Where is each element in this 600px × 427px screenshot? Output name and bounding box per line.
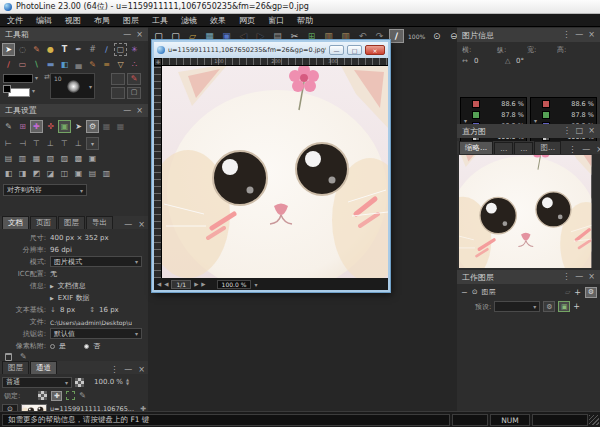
tool-eraser-icon[interactable]: ▭ xyxy=(16,58,29,71)
tool-red-pen-icon[interactable]: ∕ xyxy=(2,58,15,71)
menu-web[interactable]: 网页 xyxy=(239,15,255,26)
align-top-icon[interactable]: ⊤ xyxy=(30,137,43,150)
tab-hidden-1[interactable]: ... xyxy=(494,142,513,154)
tool-pointer-icon[interactable]: ➤ xyxy=(2,43,15,56)
exif-data-link[interactable]: EXIF 数据 xyxy=(58,293,90,303)
tab-layer[interactable]: 图层 xyxy=(58,216,85,229)
brush-dropdown-icon[interactable]: ▾ xyxy=(89,83,92,90)
background-color-swatch[interactable] xyxy=(8,88,30,97)
align-center-v-icon[interactable]: ⊥ xyxy=(72,137,85,150)
baseline-value-2[interactable]: 16 px xyxy=(99,306,119,314)
working-layer-row[interactable]: − ⊙ 图层 ▱ + ⚙ xyxy=(461,286,597,298)
preset-frame-icon[interactable]: ▣ xyxy=(558,301,570,312)
brush-option-button-1[interactable] xyxy=(111,73,125,85)
spacing-2-icon[interactable]: ◨ xyxy=(16,167,29,180)
zoom-dropdown-icon[interactable]: ▾ xyxy=(254,281,257,288)
menu-help[interactable]: 帮助 xyxy=(297,15,313,26)
lock-transparency-icon[interactable] xyxy=(38,391,47,400)
transparency-icon[interactable] xyxy=(75,378,84,387)
zoom-actual-icon[interactable]: ⊙ xyxy=(429,29,444,43)
tool-brush-icon[interactable]: ✎ xyxy=(30,43,43,56)
tab-hidden-2[interactable]: ... xyxy=(514,142,533,154)
layers-collapse-button[interactable]: — xyxy=(124,366,132,374)
align-right-icon[interactable]: ⊣ xyxy=(16,137,29,150)
image-window-maximize-button[interactable]: □ xyxy=(347,45,362,55)
tool-eyedropper-icon[interactable]: ∕ xyxy=(100,43,113,56)
baseline-value-1[interactable]: 8 px xyxy=(60,306,75,314)
preset-add-icon[interactable]: + xyxy=(573,302,580,311)
tool-pen-icon[interactable]: ✒ xyxy=(72,43,85,56)
toolbox-collapse-button[interactable]: — xyxy=(123,31,131,39)
marker-button[interactable]: ✎ xyxy=(127,73,141,85)
menu-tool[interactable]: 工具 xyxy=(152,15,168,26)
thumbnail-close-button[interactable]: × xyxy=(596,146,600,154)
brush-preview-box[interactable]: 10 ▾ xyxy=(50,73,95,99)
tab-document[interactable]: 文档 xyxy=(2,216,29,229)
foreground-color-swatch[interactable] xyxy=(3,85,11,93)
thumbnail-collapse-button[interactable]: — xyxy=(582,146,590,154)
tool-shape-select-icon[interactable]: ◌ xyxy=(16,43,29,56)
background-dropdown-icon[interactable]: ▾ xyxy=(32,87,35,94)
foreground-color-bar[interactable] xyxy=(3,74,33,83)
tab-page[interactable]: 页面 xyxy=(30,216,57,229)
picture-info-close-button[interactable]: × xyxy=(588,31,595,39)
image-window-close-button[interactable]: × xyxy=(365,45,385,55)
opt-gear-icon[interactable]: ⚙ xyxy=(86,120,99,133)
layers-menu-icon[interactable]: ⋮ xyxy=(110,366,118,374)
opacity-stepper[interactable]: ▲▼ xyxy=(126,378,129,386)
pen-mode-button[interactable]: ∕ xyxy=(389,29,404,43)
lock-paint-icon[interactable]: ✎ xyxy=(79,391,86,400)
layers-close-button[interactable]: × xyxy=(138,366,145,374)
image-window-titlebar[interactable]: u=1159911111,1067650235&fm=26&gp=0.jpg* … xyxy=(154,42,388,58)
distribute-5-icon[interactable]: ▨ xyxy=(58,152,71,165)
brush-small-icon[interactable]: ✎ xyxy=(20,352,27,361)
align-to-dropdown[interactable]: 对齐到内容 ▾ xyxy=(3,184,87,196)
doc-panel-close-button[interactable]: × xyxy=(138,221,145,229)
snap-no-label[interactable]: 否 xyxy=(93,341,100,351)
tool-airbrush-icon[interactable]: ▽ xyxy=(114,58,127,71)
zoom-value[interactable]: 100.0 % xyxy=(217,280,252,289)
distribute-2-icon[interactable]: ▥ xyxy=(16,152,29,165)
histogram-close-button[interactable]: × xyxy=(588,127,595,135)
histogram-menu-icon[interactable]: ⋮ xyxy=(563,127,571,135)
tab-picture[interactable]: 图... xyxy=(534,141,561,154)
tool-crop-icon[interactable]: # xyxy=(86,43,99,56)
next-page-icon[interactable]: ▶ xyxy=(194,281,198,287)
histogram-restore-button[interactable]: □ xyxy=(576,127,584,135)
spacing-1-icon[interactable]: ◧ xyxy=(2,167,15,180)
tool-knife-icon[interactable]: ∖ xyxy=(30,58,43,71)
preset-dropdown[interactable]: ▾ xyxy=(494,301,540,312)
trash-icon[interactable] xyxy=(5,353,12,361)
tool-lasso-icon[interactable]: ▢ xyxy=(114,43,127,56)
antialias-dropdown[interactable]: 默认值 ▾ xyxy=(50,328,142,339)
menu-view[interactable]: 视图 xyxy=(65,15,81,26)
tool-magic-wand-icon[interactable]: ✳ xyxy=(128,43,141,56)
toolbox-close-button[interactable]: × xyxy=(136,31,143,39)
lock-move-icon[interactable]: ✚ xyxy=(51,391,62,401)
align-more-dropdown-icon[interactable]: ▾ xyxy=(86,137,99,150)
tool-color-dot-icon[interactable]: ● xyxy=(44,43,57,56)
menu-file[interactable]: 文件 xyxy=(7,15,23,26)
expander-icon[interactable]: ▶ xyxy=(50,295,54,301)
opt-edit-icon[interactable]: ✎ xyxy=(2,120,15,133)
tab-thumbnail[interactable]: 缩略... xyxy=(459,141,493,154)
collapse-minus-icon[interactable]: − xyxy=(461,288,468,297)
picture-info-menu-icon[interactable]: ⋮ xyxy=(562,31,570,39)
lock-selection-icon[interactable] xyxy=(66,391,75,400)
opt-grid-icon[interactable]: ⊞ xyxy=(16,120,29,133)
lasso-button[interactable]: ▢ xyxy=(127,87,141,99)
image-window-minimize-button[interactable]: — xyxy=(329,45,344,55)
navigator-thumbnail[interactable] xyxy=(459,155,598,268)
align-center-h-icon[interactable]: ⊤ xyxy=(58,137,71,150)
spacing-7-icon[interactable]: ▤ xyxy=(86,167,99,180)
opt-grid3-icon[interactable]: ▦ xyxy=(114,120,127,133)
distribute-1-icon[interactable]: ▤ xyxy=(2,152,15,165)
opt-grid2-icon[interactable]: ▦ xyxy=(100,120,113,133)
tab-channels[interactable]: 通道 xyxy=(30,361,57,374)
working-layer-name[interactable]: 图层 xyxy=(482,287,496,297)
tool-fill-icon[interactable]: ◧ xyxy=(58,58,71,71)
tool-rectangle-icon[interactable]: ▬ xyxy=(44,58,57,71)
tool-crayon-icon[interactable]: ≡ xyxy=(100,58,113,71)
tool-text-icon[interactable]: T xyxy=(58,43,71,56)
tab-layers[interactable]: 图层 xyxy=(2,361,29,374)
